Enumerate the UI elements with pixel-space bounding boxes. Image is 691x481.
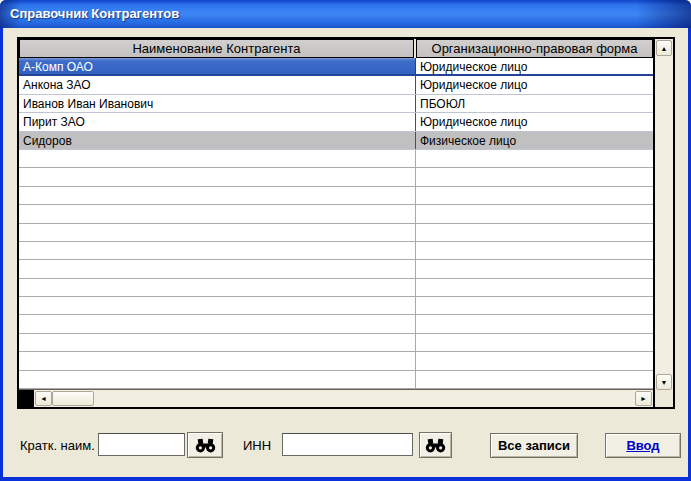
table-row[interactable]: СидоровФизическое лицо — [19, 132, 653, 150]
empty-cell — [416, 242, 653, 259]
empty-cell — [19, 224, 416, 241]
empty-cell — [416, 260, 653, 277]
empty-cell — [416, 168, 653, 185]
empty-cell — [19, 371, 416, 388]
cell-legal-form[interactable]: Юридическое лицо — [416, 76, 653, 93]
binoculars-icon — [195, 438, 216, 453]
table-empty-row — [19, 205, 653, 223]
table-row[interactable]: Иванов Иван ИвановичПБОЮЛ — [19, 95, 653, 113]
horizontal-scrollbar[interactable]: ◄ ► — [19, 389, 653, 407]
cell-legal-form[interactable]: Юридическое лицо — [416, 113, 653, 130]
empty-cell — [416, 187, 653, 204]
cell-legal-form[interactable]: ПБОЮЛ — [416, 95, 653, 112]
empty-cell — [19, 279, 416, 296]
horizontal-scroll-thumb[interactable] — [52, 391, 94, 406]
arrow-down-icon: ▼ — [661, 379, 668, 386]
inn-label: ИНН — [243, 438, 271, 453]
table-row[interactable]: Анкона ЗАОЮридическое лицо — [19, 76, 653, 94]
enter-button-label: Ввод — [626, 438, 659, 453]
cell-counterparty-name[interactable]: Анкона ЗАО — [19, 76, 416, 93]
arrow-left-icon: ◄ — [40, 395, 47, 402]
empty-cell — [416, 205, 653, 222]
empty-cell — [19, 187, 416, 204]
column-header-name[interactable]: Наименование Контрагента — [19, 39, 414, 58]
table-empty-row — [19, 187, 653, 205]
cell-counterparty-name[interactable]: Пирит ЗАО — [19, 113, 416, 130]
column-header-legal-form[interactable]: Организационно-правовая форма — [416, 39, 653, 58]
cell-counterparty-name[interactable]: А-Комп ОАО — [19, 58, 416, 74]
scrollbar-corner-block — [19, 390, 34, 407]
arrow-right-icon: ► — [640, 395, 647, 402]
scroll-right-button[interactable]: ► — [635, 391, 652, 406]
scroll-up-button[interactable]: ▲ — [656, 40, 672, 56]
table-empty-row — [19, 371, 653, 389]
empty-cell — [19, 242, 416, 259]
empty-cell — [19, 315, 416, 332]
empty-cell — [416, 371, 653, 388]
find-by-name-button[interactable] — [187, 432, 223, 458]
table-empty-row — [19, 150, 653, 168]
table-empty-row — [19, 224, 653, 242]
short-name-input[interactable] — [98, 433, 185, 456]
title-bar[interactable]: Справочник Контрагентов — [0, 0, 691, 28]
empty-cell — [19, 334, 416, 351]
cell-counterparty-name[interactable]: Сидоров — [19, 132, 416, 149]
table-row[interactable]: А-Комп ОАОЮридическое лицо — [19, 58, 653, 76]
empty-cell — [19, 168, 416, 185]
scrollbar-corner — [653, 390, 673, 407]
table-header-row: Наименование Контрагента Организационно-… — [19, 39, 653, 58]
empty-cell — [19, 260, 416, 277]
counterparty-grid: Наименование Контрагента Организационно-… — [17, 37, 675, 409]
scroll-down-button[interactable]: ▼ — [656, 374, 672, 390]
empty-cell — [19, 297, 416, 314]
all-records-button[interactable]: Все записи — [490, 433, 578, 458]
short-name-label: Кратк. наим. — [20, 438, 95, 453]
table-empty-row — [19, 168, 653, 186]
table-empty-row — [19, 279, 653, 297]
inn-input[interactable] — [282, 433, 413, 456]
horizontal-scroll-track[interactable] — [94, 390, 634, 407]
table-empty-row — [19, 315, 653, 333]
table-empty-row — [19, 334, 653, 352]
table-empty-row — [19, 260, 653, 278]
dialog-window: Справочник Контрагентов Наименование Кон… — [0, 0, 691, 481]
arrow-up-icon: ▲ — [661, 45, 668, 52]
cell-legal-form[interactable]: Юридическое лицо — [416, 58, 653, 74]
cell-legal-form[interactable]: Физическое лицо — [416, 132, 653, 149]
cell-counterparty-name[interactable]: Иванов Иван Иванович — [19, 95, 416, 112]
table-row[interactable]: Пирит ЗАОЮридическое лицо — [19, 113, 653, 131]
empty-cell — [19, 150, 416, 167]
table-empty-row — [19, 242, 653, 260]
empty-cell — [416, 279, 653, 296]
all-records-button-label: Все записи — [498, 438, 570, 453]
table-empty-row — [19, 297, 653, 315]
table-body: А-Комп ОАОЮридическое лицоАнкона ЗАОЮрид… — [19, 58, 653, 389]
table: Наименование Контрагента Организационно-… — [19, 39, 653, 389]
find-by-inn-button[interactable] — [419, 432, 452, 458]
empty-cell — [19, 205, 416, 222]
table-empty-row — [19, 352, 653, 370]
empty-cell — [416, 352, 653, 369]
empty-cell — [416, 297, 653, 314]
empty-cell — [416, 224, 653, 241]
empty-cell — [19, 352, 416, 369]
empty-cell — [416, 150, 653, 167]
enter-button[interactable]: Ввод — [605, 433, 681, 458]
empty-cell — [416, 315, 653, 332]
vertical-scrollbar[interactable]: ▲ ▼ — [653, 39, 673, 391]
binoculars-icon — [425, 438, 446, 453]
scroll-left-button[interactable]: ◄ — [35, 391, 52, 406]
empty-cell — [416, 334, 653, 351]
window-title: Справочник Контрагентов — [0, 6, 179, 21]
